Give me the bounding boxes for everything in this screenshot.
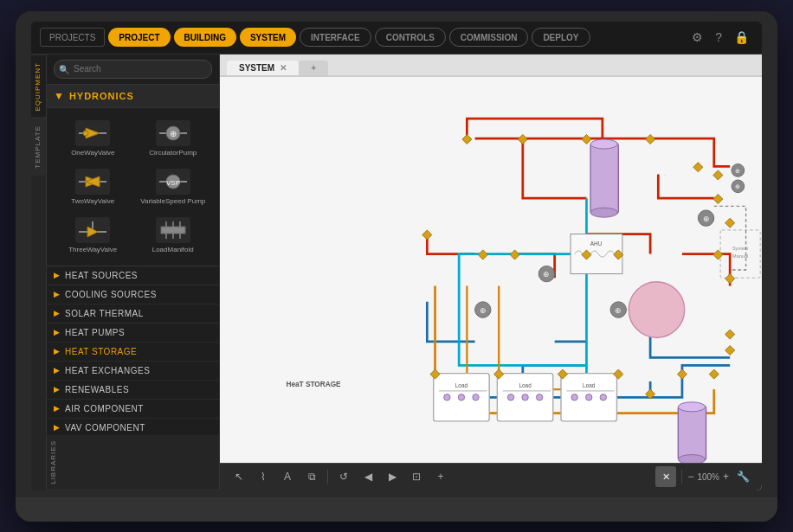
category-arrow: ▶ <box>54 404 60 413</box>
category-heat-sources[interactable]: ▶ HEAT SOURCES <box>47 266 219 285</box>
svg-point-26 <box>444 394 450 400</box>
svg-text:System: System <box>732 245 749 250</box>
component-two-way-valve[interactable]: TwoWayValve <box>54 163 132 210</box>
next-button[interactable]: ▶ <box>382 466 403 487</box>
diagram-area[interactable]: Load Load Load <box>220 77 762 463</box>
component-variable-speed-pump[interactable]: VSP VariableSpeed Pump <box>134 163 213 210</box>
commission-nav-button[interactable]: COMMISSION <box>449 28 529 47</box>
copy-tool[interactable]: ⧉ <box>301 466 322 487</box>
gear-icon[interactable]: ⚙ <box>687 30 707 44</box>
svg-rect-44 <box>678 405 706 460</box>
svg-text:AHU: AHU <box>590 240 603 247</box>
zoom-in-button[interactable]: + <box>723 471 729 483</box>
projects-button[interactable]: PROJECTS <box>40 28 105 47</box>
svg-point-46 <box>678 454 705 462</box>
two-way-valve-icon <box>75 169 110 195</box>
category-renewables[interactable]: ▶ RENEWABLES <box>47 381 219 400</box>
svg-text:Load: Load <box>519 382 532 388</box>
components-grid: OneWayValve ⊕ CirculatorPump <box>47 108 219 266</box>
tab-close-button[interactable]: ✕ <box>280 63 287 73</box>
svg-point-40 <box>600 394 606 400</box>
variable-speed-pump-label: VariableSpeed Pump <box>140 197 205 205</box>
one-way-valve-label: OneWayValve <box>71 149 114 157</box>
template-tab[interactable]: TEMPLATE <box>31 118 46 176</box>
help-icon[interactable]: ? <box>711 30 726 44</box>
interface-nav-button[interactable]: INTERFACE <box>300 28 371 47</box>
path-tool[interactable]: ⌇ <box>253 466 274 487</box>
equipment-tab[interactable]: EQUIPMENT <box>31 54 46 119</box>
category-arrow: ▶ <box>54 347 60 356</box>
text-tool[interactable]: A <box>277 466 298 487</box>
category-air-component[interactable]: ▶ AIR COMPONENT <box>47 400 219 419</box>
category-cooling-sources[interactable]: ▶ COOLING SOURCES <box>47 285 219 304</box>
search-icon: 🔍 <box>59 64 69 74</box>
svg-point-27 <box>458 394 464 400</box>
new-tab-button[interactable]: + <box>299 61 328 75</box>
circulator-pump-icon: ⊕ <box>156 120 190 146</box>
hydronics-header[interactable]: ▼ HYDRONICS <box>47 85 219 108</box>
component-load-manifold[interactable]: LoadManifold <box>134 212 213 259</box>
category-solar-thermal[interactable]: ▶ SOLAR THERMAL <box>47 304 219 324</box>
svg-point-43 <box>590 208 617 217</box>
toolbar-separator-2 <box>681 470 682 484</box>
zoom-level: 100% <box>697 472 719 482</box>
wrench-icon[interactable]: 🔧 <box>732 466 753 487</box>
category-arrow: ▶ <box>54 309 60 317</box>
libraries-tab[interactable]: LIBRARIES <box>47 435 219 490</box>
svg-point-28 <box>473 394 479 400</box>
category-arrow: ▶ <box>54 385 60 394</box>
hydronics-label: HYDRONICS <box>69 91 134 101</box>
project-nav-button[interactable]: PROJECT <box>108 28 170 47</box>
svg-point-38 <box>571 394 577 400</box>
category-vav-component[interactable]: ▶ VAV COMPONENT <box>47 419 219 435</box>
add-button[interactable]: + <box>430 466 451 487</box>
prev-button[interactable]: ◀ <box>358 466 378 487</box>
one-way-valve-icon <box>75 120 110 146</box>
controls-nav-button[interactable]: CONTROLS <box>375 28 446 47</box>
laptop-screen: PROJECTS PROJECT BUILDING SYSTEM INTERFA… <box>31 22 762 490</box>
two-way-valve-label: TwoWayValve <box>71 197 114 205</box>
cursor-tool[interactable]: ↖ <box>229 466 249 487</box>
svg-point-2 <box>83 131 88 136</box>
zoom-out-button[interactable]: − <box>687 471 693 483</box>
svg-text:HeaT STORAGE: HeaT STORAGE <box>286 381 341 388</box>
component-one-way-valve[interactable]: OneWayValve <box>54 115 132 162</box>
component-three-way-valve[interactable]: ThreeWayValve <box>54 212 132 259</box>
toolbar-separator-1 <box>327 470 328 484</box>
svg-point-33 <box>522 394 528 400</box>
system-tab[interactable]: SYSTEM ✕ <box>227 61 299 75</box>
svg-text:Load: Load <box>455 382 468 388</box>
component-circulator-pump[interactable]: ⊕ CirculatorPump <box>134 115 213 162</box>
deploy-nav-button[interactable]: DEPLOY <box>532 28 590 47</box>
category-arrow: ▶ <box>54 271 60 279</box>
left-panel: 🔍 ▼ HYDRONICS <box>47 54 220 490</box>
svg-rect-22 <box>220 94 762 445</box>
three-way-valve-icon <box>75 217 110 243</box>
svg-point-45 <box>678 401 705 411</box>
fit-button[interactable]: ⊡ <box>406 466 427 487</box>
close-button[interactable]: ✕ <box>655 466 676 487</box>
category-heat-exchanges[interactable]: ▶ HEAT EXCHANGES <box>47 362 219 381</box>
tab-bar: SYSTEM ✕ + <box>220 54 762 77</box>
svg-point-34 <box>536 394 542 400</box>
building-nav-button[interactable]: BUILDING <box>174 28 236 47</box>
lock-icon[interactable]: 🔒 <box>730 30 753 44</box>
laptop-base <box>16 497 777 522</box>
three-way-valve-label: ThreeWayValve <box>68 246 117 253</box>
system-nav-button[interactable]: SYSTEM <box>240 28 296 47</box>
system-diagram: Load Load Load <box>220 77 762 463</box>
laptop-shell: PROJECTS PROJECT BUILDING SYSTEM INTERFA… <box>16 11 777 522</box>
category-heat-pumps[interactable]: ▶ HEAT PUMPS <box>47 324 219 343</box>
search-input[interactable] <box>54 60 212 79</box>
category-arrow: ▶ <box>54 328 60 337</box>
main-area: EQUIPMENT TEMPLATE 🔍 ▼ HYDRONICS <box>31 54 762 490</box>
content-area: SYSTEM ✕ + <box>220 54 762 490</box>
svg-rect-41 <box>590 142 618 214</box>
svg-text:VSP: VSP <box>166 179 180 187</box>
new-tab-label: + <box>311 63 316 73</box>
category-heat-storage[interactable]: ▶ HEAT STORAGE <box>47 343 219 362</box>
undo-button[interactable]: ↺ <box>333 466 354 487</box>
svg-rect-15 <box>161 227 185 234</box>
svg-text:⊕: ⊕ <box>170 129 177 138</box>
svg-text:⊕: ⊕ <box>543 270 550 279</box>
